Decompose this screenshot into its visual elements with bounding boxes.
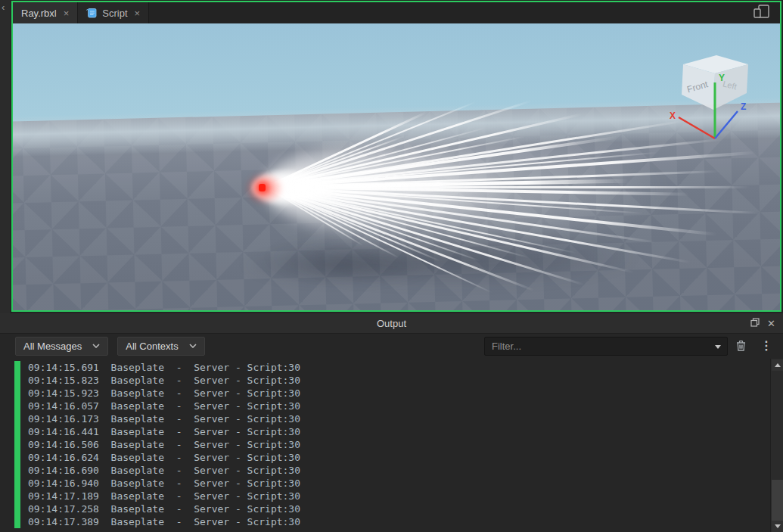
scroll-down-arrow-icon <box>775 524 781 528</box>
tab-label: Script <box>102 8 127 19</box>
output-header[interactable]: Output ✕ <box>0 313 783 334</box>
message-filter-dropdown[interactable]: All Messages <box>15 337 108 356</box>
log-entry[interactable]: 09:14:16.690 Baseplate - Server - Script… <box>14 464 783 477</box>
log-entry[interactable]: 09:14:15.823 Baseplate - Server - Script… <box>14 374 783 387</box>
chevron-down-icon <box>92 344 100 348</box>
log-entry[interactable]: 09:14:16.173 Baseplate - Server - Script… <box>14 412 783 425</box>
tab-label: Ray.rbxl <box>21 8 57 19</box>
float-window-icon[interactable] <box>750 318 760 328</box>
log-list: 09:14:15.691 Baseplate - Server - Script… <box>14 359 783 528</box>
close-panel-icon[interactable]: ✕ <box>767 319 775 328</box>
axis-y-label: Y <box>719 73 725 83</box>
log-entry[interactable]: 09:14:17.389 Baseplate - Server - Script… <box>14 515 783 528</box>
scroll-down-button[interactable] <box>772 521 783 532</box>
script-icon <box>86 8 97 19</box>
axis-x-label: X <box>670 110 676 121</box>
viewport-3d[interactable]: Front Left X Y Z <box>13 23 780 310</box>
log-entry[interactable]: 09:14:16.506 Baseplate - Server - Script… <box>14 438 783 451</box>
log-entry[interactable]: 09:14:17.258 Baseplate - Server - Script… <box>14 502 783 515</box>
output-panel: Output ✕ All Messages All Contexts <box>0 313 783 532</box>
close-tab-icon[interactable]: × <box>133 8 141 19</box>
device-emulation-icon[interactable] <box>751 4 771 22</box>
clear-output-trash-icon[interactable] <box>735 340 747 352</box>
filter-input[interactable] <box>484 337 728 356</box>
close-tab-icon[interactable]: × <box>62 8 70 19</box>
log-entry[interactable]: 09:14:16.057 Baseplate - Server - Script… <box>14 400 783 412</box>
scrollbar-thumb[interactable] <box>772 480 783 521</box>
log-entry[interactable]: 09:14:17.189 Baseplate - Server - Script… <box>14 490 783 502</box>
output-toolbar: All Messages All Contexts <box>0 334 783 358</box>
scroll-up-arrow-icon <box>775 363 781 367</box>
collapse-chevron-icon[interactable]: ‹ <box>2 2 5 13</box>
context-filter-dropdown[interactable]: All Contexts <box>117 337 204 356</box>
output-log-area: 09:14:15.691 Baseplate - Server - Script… <box>12 359 783 532</box>
output-title: Output <box>377 318 406 329</box>
log-entry[interactable]: 09:14:16.624 Baseplate - Server - Script… <box>14 451 783 464</box>
log-entry[interactable]: 09:14:16.441 Baseplate - Server - Script… <box>14 425 783 438</box>
play-mode-frame: Ray.rbxl × Script × <box>11 1 781 312</box>
tab-ray-rbxl[interactable]: Ray.rbxl × <box>13 2 78 23</box>
filter-dropdown-caret-icon[interactable] <box>715 345 721 349</box>
vertical-scrollbar[interactable] <box>770 359 783 532</box>
roblox-studio-window: ‹ Ray.rbxl × Script × <box>0 0 783 532</box>
view-selector-cube[interactable]: Front Left X Y Z <box>662 45 775 151</box>
kebab-menu-icon[interactable]: ⋮ <box>760 340 772 352</box>
log-entry[interactable]: 09:14:15.691 Baseplate - Server - Script… <box>14 361 783 374</box>
context-filter-label: All Contexts <box>126 341 178 352</box>
ray-emitter-part[interactable] <box>259 184 266 191</box>
log-entry[interactable]: 09:14:16.940 Baseplate - Server - Script… <box>14 477 783 490</box>
message-filter-label: All Messages <box>23 341 82 352</box>
log-entry[interactable]: 09:14:15.923 Baseplate - Server - Script… <box>14 387 783 400</box>
axis-z-label: Z <box>741 101 746 112</box>
tab-script[interactable]: Script × <box>78 2 149 23</box>
chevron-down-icon <box>189 344 197 348</box>
scroll-up-button[interactable] <box>772 359 783 371</box>
document-tabbar: Ray.rbxl × Script × <box>13 2 780 23</box>
